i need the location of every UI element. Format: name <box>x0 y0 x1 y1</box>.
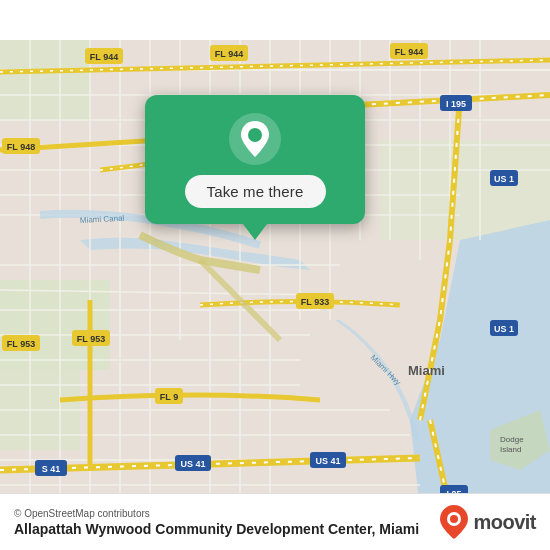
take-me-there-button[interactable]: Take me there <box>185 175 326 208</box>
svg-text:FL 953: FL 953 <box>7 339 35 349</box>
bottom-left: © OpenStreetMap contributors Allapattah … <box>14 508 439 537</box>
svg-text:US 1: US 1 <box>494 174 514 184</box>
svg-text:US 41: US 41 <box>315 456 340 466</box>
moovit-logo: moovit <box>439 504 536 540</box>
svg-rect-4 <box>380 140 550 240</box>
svg-text:US 41: US 41 <box>180 459 205 469</box>
popup-card: Take me there <box>145 95 365 224</box>
svg-text:S 41: S 41 <box>42 464 61 474</box>
map-background: FL 944 FL 944 FL 944 FL 112 FL 948 I 195… <box>0 0 550 550</box>
svg-text:FL 948: FL 948 <box>7 142 35 152</box>
map-container: FL 944 FL 944 FL 944 FL 112 FL 948 I 195… <box>0 0 550 550</box>
bottom-bar: © OpenStreetMap contributors Allapattah … <box>0 493 550 550</box>
svg-text:FL 944: FL 944 <box>395 47 423 57</box>
svg-text:Dodge: Dodge <box>500 435 524 444</box>
attribution-text: © OpenStreetMap contributors <box>14 508 439 519</box>
svg-rect-2 <box>0 280 110 370</box>
moovit-brand-text: moovit <box>473 511 536 534</box>
svg-text:FL 953: FL 953 <box>77 334 105 344</box>
svg-point-77 <box>248 128 262 142</box>
svg-text:FL 9: FL 9 <box>160 392 178 402</box>
map-pin-icon <box>229 113 281 165</box>
svg-text:I 195: I 195 <box>446 99 466 109</box>
svg-text:Island: Island <box>500 445 521 454</box>
svg-text:FL 944: FL 944 <box>215 49 243 59</box>
svg-text:FL 944: FL 944 <box>90 52 118 62</box>
svg-text:Miami: Miami <box>408 363 445 378</box>
location-title: Allapattah Wynwood Community Development… <box>14 521 439 537</box>
svg-text:US 1: US 1 <box>494 324 514 334</box>
svg-point-79 <box>450 515 458 523</box>
svg-text:FL 933: FL 933 <box>301 297 329 307</box>
moovit-pin-icon <box>439 504 469 540</box>
svg-rect-1 <box>0 40 90 120</box>
